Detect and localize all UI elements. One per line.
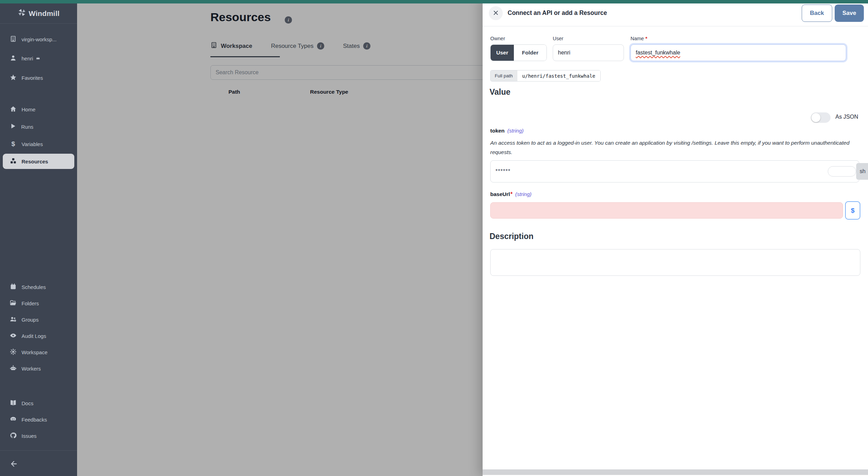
sidebar-item-variables[interactable]: $ Variables — [0, 138, 77, 150]
token-field-name: token — [490, 128, 504, 134]
windmill-logo-icon — [18, 8, 26, 18]
token-field-description: An access token to act as a logged-in us… — [490, 138, 851, 157]
eye-icon — [10, 332, 17, 340]
github-icon — [10, 432, 17, 440]
insert-variable-button[interactable]: $ — [845, 201, 860, 220]
sidebar-item-runs[interactable]: Runs — [0, 120, 77, 133]
full-path: Full path u/henri/fastest_funkwhale — [490, 70, 601, 82]
nav-label-docs: Docs — [22, 400, 33, 406]
sidebar-item-schedules[interactable]: Schedules — [0, 281, 77, 293]
connect-api-drawer: Connect an API or add a Resource Back Sa… — [483, 0, 868, 476]
description-textarea[interactable] — [490, 249, 860, 276]
sidebar-item-feedbacks[interactable]: Feedbacks — [0, 413, 77, 426]
user-label: User — [553, 36, 564, 41]
owner-option-user[interactable]: User — [491, 45, 514, 61]
boxes-icon — [10, 158, 17, 165]
as-json-toggle[interactable] — [811, 112, 831, 123]
sidebar-item-workspace-settings[interactable]: Workspace — [0, 346, 77, 358]
toggle-knob — [811, 113, 820, 122]
show-password-pill[interactable] — [828, 166, 856, 177]
owner-option-folder[interactable]: Folder — [514, 45, 546, 61]
play-icon — [10, 123, 16, 130]
crown-icon — [36, 56, 40, 61]
nav-label-resources: Resources — [22, 159, 48, 164]
collapse-sidebar-button[interactable] — [0, 458, 77, 470]
sidebar-item-home[interactable]: Home — [0, 103, 77, 116]
nav-label-issues: Issues — [22, 433, 36, 439]
gear-icon — [10, 348, 17, 356]
nav-label-workspace: Workspace — [22, 349, 48, 355]
token-field-header: token(string) — [490, 128, 524, 134]
close-icon — [492, 9, 499, 17]
close-drawer-button[interactable] — [489, 6, 503, 20]
drawer-header: Connect an API or add a Resource Back Sa… — [483, 0, 868, 26]
sidebar-item-workspace-switcher[interactable]: virgin-worksp... — [0, 33, 77, 45]
sidebar-item-docs[interactable]: Docs — [0, 397, 77, 409]
drawer-horizontal-scrollbar[interactable] — [483, 469, 868, 475]
sidebar-item-audit-logs[interactable]: Audit Logs — [0, 330, 77, 342]
user-menu-label: henri — [22, 56, 33, 61]
owner-kind-toggle: User Folder — [490, 44, 547, 61]
owner-user-value: henri — [558, 50, 570, 56]
dollar-icon: $ — [10, 140, 17, 148]
folder-open-icon — [10, 299, 17, 307]
name-label: Name* — [631, 36, 647, 41]
sidebar: Windmill virgin-worksp... henri — [0, 0, 77, 476]
baseurl-required-asterisk: * — [510, 191, 512, 197]
show-password-overflow[interactable]: sh — [856, 163, 868, 180]
sidebar-item-workers[interactable]: Workers — [0, 362, 77, 375]
sidebar-item-issues[interactable]: Issues — [0, 430, 77, 442]
user-icon — [10, 54, 17, 62]
robot-icon — [10, 365, 17, 373]
top-accent-strip — [0, 0, 868, 3]
nav-label-runs: Runs — [21, 124, 33, 130]
full-path-badge: Full path — [491, 70, 517, 81]
owner-user-input[interactable]: henri — [553, 44, 624, 61]
app-logo[interactable]: Windmill — [0, 3, 77, 24]
nav-label-audit-logs: Audit Logs — [22, 333, 46, 339]
app-logo-label: Windmill — [29, 9, 60, 18]
full-path-value: u/henri/fastest_funkwhale — [517, 70, 600, 81]
arrow-left-icon — [10, 460, 18, 469]
nav-label-feedbacks: Feedbacks — [22, 417, 47, 423]
description-section-heading: Description — [490, 232, 534, 241]
discord-icon — [10, 416, 17, 424]
sidebar-item-folders[interactable]: Folders — [0, 297, 77, 309]
baseurl-field-type: (string) — [515, 191, 532, 197]
as-json-label: As JSON — [835, 114, 858, 120]
baseurl-input[interactable] — [490, 202, 843, 219]
star-icon — [10, 74, 17, 82]
sidebar-item-user-menu[interactable]: henri — [0, 52, 77, 65]
nav-label-home: Home — [22, 107, 35, 112]
windmill-app: Windmill virgin-worksp... henri — [0, 0, 868, 476]
nav-label-folders: Folders — [22, 300, 39, 306]
nav-label-groups: Groups — [22, 317, 39, 323]
save-button[interactable]: Save — [835, 5, 864, 22]
name-label-text: Name — [631, 36, 644, 41]
resource-name-value: fastest_funkwhale — [636, 50, 680, 56]
resource-name-input[interactable]: fastest_funkwhale — [631, 44, 846, 61]
sidebar-item-favorites[interactable]: Favorites — [0, 71, 77, 84]
nav-label-workers: Workers — [22, 366, 41, 372]
workspace-switcher-label: virgin-worksp... — [22, 36, 57, 42]
owner-label: Owner — [490, 36, 505, 41]
token-field-type: (string) — [507, 128, 524, 134]
baseurl-field-header: baseUrl*(string) — [490, 191, 532, 197]
favorites-label: Favorites — [22, 75, 43, 81]
token-masked-value: ****** — [495, 168, 510, 175]
drawer-title: Connect an API or add a Resource — [508, 9, 607, 17]
name-required-asterisk: * — [645, 36, 648, 41]
sidebar-divider — [0, 450, 77, 451]
book-open-icon — [10, 399, 17, 407]
baseurl-field-name: baseUrl — [490, 191, 510, 197]
back-button[interactable]: Back — [802, 5, 832, 22]
nav-label-variables: Variables — [22, 141, 43, 147]
calendar-icon — [10, 283, 17, 291]
token-input[interactable]: ****** — [490, 160, 859, 182]
building-icon — [10, 35, 17, 43]
home-icon — [10, 105, 17, 113]
drawer-backdrop[interactable] — [77, 0, 483, 476]
sidebar-item-groups[interactable]: Groups — [0, 313, 77, 326]
sidebar-item-resources[interactable]: Resources — [3, 154, 74, 169]
value-section-heading: Value — [490, 87, 510, 97]
